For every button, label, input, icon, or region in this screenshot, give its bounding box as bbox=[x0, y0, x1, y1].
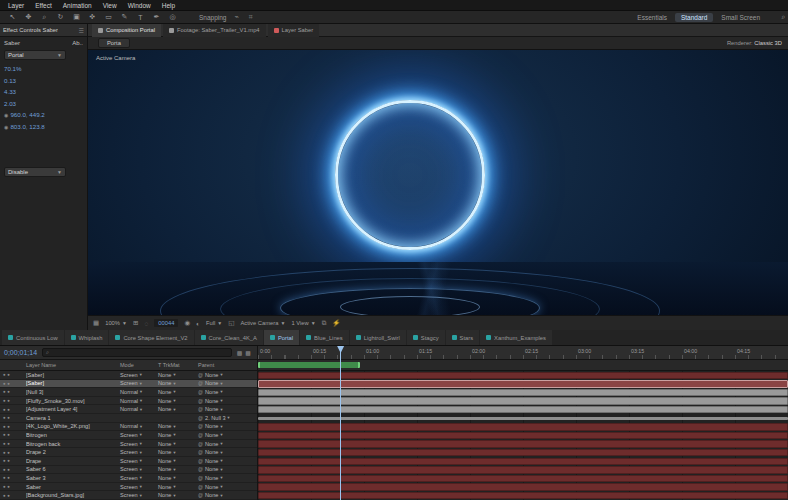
pick-whip-icon[interactable]: @ bbox=[198, 466, 203, 472]
blend-mode-dropdown[interactable]: Screen▼ bbox=[120, 380, 158, 386]
parent-dropdown[interactable]: @None▼ bbox=[198, 380, 254, 386]
pick-whip-icon[interactable]: @ bbox=[198, 406, 203, 412]
blend-mode-dropdown[interactable]: Normal▼ bbox=[120, 423, 158, 429]
pick-whip-icon[interactable]: @ bbox=[198, 415, 203, 421]
blend-mode-dropdown[interactable]: Screen▼ bbox=[120, 372, 158, 378]
layer-duration-bar[interactable] bbox=[258, 417, 788, 420]
resolution-select[interactable]: Full▼ bbox=[206, 320, 222, 326]
layer-name[interactable]: [4K_Logo_White_2K.png] bbox=[26, 423, 120, 429]
timeline-view-options-icons[interactable]: ▩▩ bbox=[237, 349, 254, 356]
layer-name[interactable]: Saber 3 bbox=[26, 475, 120, 481]
time-ruler[interactable]: 0:0000:1501:0001:1502:0002:1503:0003:150… bbox=[258, 346, 788, 360]
snapping-icons[interactable]: ⌁ ⌗ bbox=[234, 13, 256, 21]
choose-grid-icon[interactable]: ⊞ bbox=[133, 319, 138, 327]
blend-mode-dropdown[interactable]: Screen▼ bbox=[120, 441, 158, 447]
pick-whip-icon[interactable]: @ bbox=[198, 398, 203, 404]
pick-whip-icon[interactable]: @ bbox=[198, 372, 203, 378]
parent-dropdown[interactable]: @None▼ bbox=[198, 484, 254, 490]
rotation-tool-icon[interactable]: ↻ bbox=[56, 13, 65, 21]
comp-strip-tab-8[interactable]: Stars bbox=[446, 330, 480, 345]
layer-switches-icons[interactable]: ●● bbox=[0, 432, 26, 437]
layer-switches-icons[interactable]: ●● bbox=[0, 441, 26, 446]
effect-value[interactable]: 2.03 bbox=[4, 100, 83, 107]
fast-preview-icon[interactable]: ⚡ bbox=[332, 319, 340, 327]
effect-about-link[interactable]: Ab.. bbox=[72, 40, 83, 46]
pick-whip-icon[interactable]: @ bbox=[198, 423, 203, 429]
preset-dropdown[interactable]: Portal ▼ bbox=[4, 50, 66, 60]
layer-row[interactable]: ●●Saber 6Screen▼None▼@None▼ bbox=[0, 466, 258, 475]
blend-mode-dropdown[interactable]: Screen▼ bbox=[120, 449, 158, 455]
parent-dropdown[interactable]: @None▼ bbox=[198, 492, 254, 498]
roi-icon[interactable]: ◱ bbox=[228, 319, 234, 327]
view-layout-select[interactable]: 1 View▼ bbox=[291, 320, 315, 326]
layer-row[interactable]: ●●[Adjustment Layer 4]Normal▼None▼@None▼ bbox=[0, 405, 258, 414]
parent-dropdown[interactable]: @None▼ bbox=[198, 406, 254, 412]
trkmat-dropdown[interactable]: None▼ bbox=[158, 492, 198, 498]
pen-tool-icon[interactable]: ✎ bbox=[120, 13, 129, 21]
layer-name[interactable]: [Null 3] bbox=[26, 389, 120, 395]
layer-name[interactable]: Saber bbox=[26, 484, 120, 490]
layer-duration-bar[interactable] bbox=[258, 475, 788, 483]
menu-item-help[interactable]: Help bbox=[162, 2, 175, 9]
parent-dropdown[interactable]: @None▼ bbox=[198, 458, 254, 464]
effect-value[interactable]: 4.33 bbox=[4, 88, 83, 95]
layer-duration-bar[interactable] bbox=[258, 372, 788, 380]
layer-switches-icons[interactable]: ●● bbox=[0, 372, 26, 377]
trkmat-dropdown[interactable]: None▼ bbox=[158, 398, 198, 404]
layer-switches-icons[interactable]: ●● bbox=[0, 458, 26, 463]
workspace-essentials[interactable]: Essentials bbox=[631, 13, 673, 22]
footer-timecode[interactable]: 00044 bbox=[154, 319, 178, 327]
parent-dropdown[interactable]: @None▼ bbox=[198, 441, 254, 447]
show-channel-icon[interactable]: ◐ bbox=[196, 320, 200, 327]
layer-switches-icons[interactable]: ●● bbox=[0, 424, 26, 429]
parent-dropdown[interactable]: @2. Null 3▼ bbox=[198, 415, 254, 421]
layer-duration-bar[interactable] bbox=[258, 423, 788, 431]
pick-whip-icon[interactable]: @ bbox=[198, 492, 203, 498]
comp-tab-2[interactable]: Layer Saber bbox=[268, 24, 320, 37]
puppet-tool-icon[interactable]: ◎ bbox=[168, 13, 177, 21]
blend-mode-dropdown[interactable]: Screen▼ bbox=[120, 466, 158, 472]
camera-tool-icon[interactable]: ▣ bbox=[72, 13, 81, 21]
effect-value[interactable]: 70.1% bbox=[4, 65, 83, 72]
blend-mode-dropdown[interactable]: Normal▼ bbox=[120, 398, 158, 404]
layer-row[interactable]: ●●Drape 2Screen▼None▼@None▼ bbox=[0, 448, 258, 457]
layer-row[interactable]: ●●BitrogenScreen▼None▼@None▼ bbox=[0, 431, 258, 440]
effect-value[interactable]: 0.13 bbox=[4, 77, 83, 84]
trkmat-dropdown[interactable]: None▼ bbox=[158, 372, 198, 378]
layer-switches-icons[interactable]: ●● bbox=[0, 381, 26, 386]
layer-row[interactable]: ●●Saber 3Screen▼None▼@None▼ bbox=[0, 474, 258, 483]
layer-switches-icons[interactable]: ●● bbox=[0, 475, 26, 480]
panel-menu-icon[interactable]: ☰ bbox=[79, 27, 84, 34]
blend-mode-dropdown[interactable]: Screen▼ bbox=[120, 475, 158, 481]
trkmat-dropdown[interactable]: None▼ bbox=[158, 475, 198, 481]
layer-name[interactable]: Saber 6 bbox=[26, 466, 120, 472]
parent-dropdown[interactable]: @None▼ bbox=[198, 372, 254, 378]
layer-row[interactable]: ●●[Background_Stars.jpg]Screen▼None▼@Non… bbox=[0, 491, 258, 500]
trkmat-dropdown[interactable]: None▼ bbox=[158, 389, 198, 395]
menu-item-view[interactable]: View bbox=[103, 2, 117, 9]
layer-name[interactable]: Bitrogen back bbox=[26, 441, 120, 447]
layer-duration-bar[interactable] bbox=[258, 492, 788, 500]
layer-name[interactable]: [Saber] bbox=[26, 372, 120, 378]
layer-row[interactable]: ●●Bitrogen backScreen▼None▼@None▼ bbox=[0, 440, 258, 449]
workspace-standard[interactable]: Standard bbox=[675, 13, 713, 22]
column-parent[interactable]: Parent bbox=[198, 362, 254, 368]
comp-strip-tab-0[interactable]: Continuous Low bbox=[2, 330, 64, 345]
blend-mode-dropdown[interactable]: Screen▼ bbox=[120, 484, 158, 490]
layer-duration-bar[interactable] bbox=[258, 458, 788, 466]
layer-duration-bar[interactable] bbox=[258, 449, 788, 457]
trkmat-dropdown[interactable]: None▼ bbox=[158, 449, 198, 455]
comp-strip-tab-1[interactable]: Whiplash bbox=[65, 330, 109, 345]
layer-row[interactable]: ●●[4K_Logo_White_2K.png]Normal▼None▼@Non… bbox=[0, 423, 258, 432]
layer-switches-icons[interactable]: ●● bbox=[0, 415, 26, 420]
layer-name[interactable]: Drape 2 bbox=[26, 449, 120, 455]
layer-switches-icons[interactable]: ●● bbox=[0, 389, 26, 394]
camera-select[interactable]: Active Camera▼ bbox=[240, 320, 285, 326]
parent-dropdown[interactable]: @None▼ bbox=[198, 432, 254, 438]
menu-item-window[interactable]: Window bbox=[128, 2, 151, 9]
layer-duration-bar[interactable] bbox=[258, 440, 788, 448]
pan-behind-tool-icon[interactable]: ✜ bbox=[88, 13, 97, 21]
selection-tool-icon[interactable]: ↖ bbox=[8, 13, 17, 21]
menu-item-animation[interactable]: Animation bbox=[63, 2, 92, 9]
layer-name[interactable]: [Adjustment Layer 4] bbox=[26, 406, 120, 412]
